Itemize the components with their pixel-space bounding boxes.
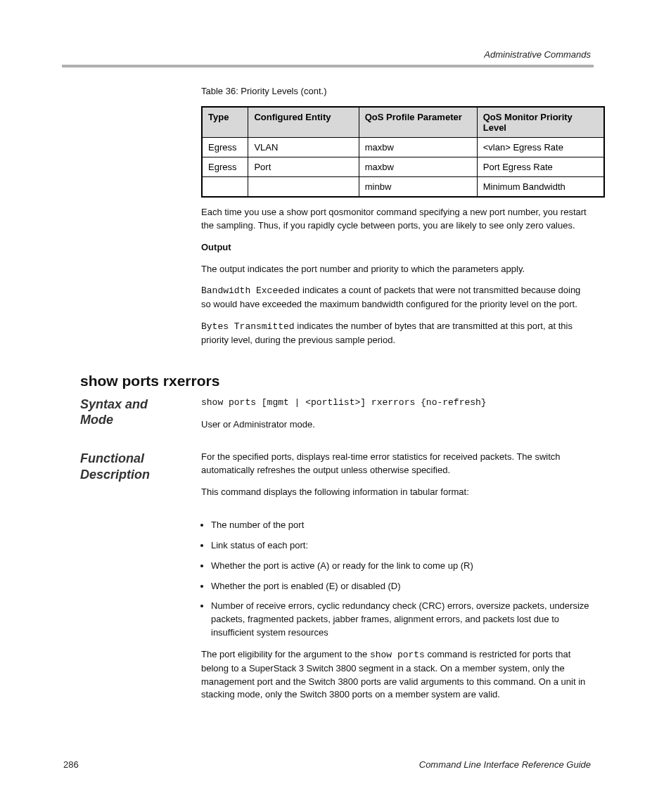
output-p3-label: Bytes Transmitted <box>201 321 295 332</box>
table-cell: maxbw <box>359 138 477 157</box>
table-cell: maxbw <box>359 157 477 177</box>
table-row: EgressVLANmaxbw<vlan> Egress Rate <box>202 138 604 157</box>
table-body: EgressVLANmaxbw<vlan> Egress RateEgressP… <box>202 138 604 198</box>
table-header-row: Type Configured Entity QoS Profile Param… <box>202 107 604 138</box>
output-p2-label: Bandwidth Exceeded <box>201 285 300 296</box>
below-table-note: Each time you use a show port qosmonitor… <box>201 206 591 233</box>
page-footer: 286 Command Line Interface Reference Gui… <box>0 759 671 770</box>
functional-p3-mono: show ports <box>370 650 425 660</box>
table-row: EgressPortmaxbwPort Egress Rate <box>202 157 604 177</box>
table-cell: Egress <box>202 157 248 177</box>
table-header-type: Type <box>202 107 248 138</box>
functional-p3a: The port eligibility for the argument to… <box>201 649 370 659</box>
functional-p3: The port eligibility for the argument to… <box>201 648 591 702</box>
table-cell <box>248 177 359 198</box>
table-cell: Port Egress Rate <box>477 157 604 177</box>
list-item: Number of receive errors, cyclic redunda… <box>211 600 591 640</box>
priority-levels-table: Type Configured Entity QoS Profile Param… <box>201 106 605 198</box>
table-cell <box>202 177 248 198</box>
output-p3: Bytes Transmitted indicates the number o… <box>201 320 591 347</box>
functional-p1: For the specified ports, displays real-t… <box>201 451 591 477</box>
side-heading-syntax: Syntax and Mode <box>80 397 184 440</box>
header-divider <box>62 65 594 67</box>
table-header-qos-param: QoS Profile Parameter <box>359 107 477 138</box>
header-running-title: Administrative Commands <box>484 49 591 60</box>
table-header-qos-priority: QoS Monitor Priority Level <box>477 107 604 138</box>
footer-doc-title: Command Line Interface Reference Guide <box>419 759 591 770</box>
footer-page-number: 286 <box>63 759 79 770</box>
list-item: Whether the port is enabled (E) or disab… <box>211 580 591 593</box>
output-heading: Output <box>201 241 591 254</box>
list-item: Link status of each port: <box>211 539 591 553</box>
syntax-code: show ports [mgmt | <portlist>] rxerrors … <box>201 397 591 410</box>
output-p2: Bandwidth Exceeded indicates a count of … <box>201 284 591 311</box>
list-item: The number of the port <box>211 519 591 532</box>
section-title-show-ports-rxerrors: show ports rxerrors <box>80 373 591 389</box>
table-cell: Minimum Bandwidth <box>477 177 604 198</box>
functional-bullet-list: The number of the portLink status of eac… <box>211 519 591 640</box>
side-heading-functional: Functional Description <box>80 451 184 508</box>
table-row: minbwMinimum Bandwidth <box>202 177 604 198</box>
list-item: Whether the port is active (A) or ready … <box>211 560 591 573</box>
syntax-mode: User or Administrator mode. <box>201 418 591 432</box>
table-cell: minbw <box>359 177 477 198</box>
table-cell: Port <box>248 157 359 177</box>
table-caption: Table 36: Priority Levels (cont.) <box>201 86 591 96</box>
table-cell: <vlan> Egress Rate <box>477 138 604 157</box>
functional-p2: This command displays the following info… <box>201 486 591 499</box>
table-cell: VLAN <box>248 138 359 157</box>
output-p1: The output indicates the port number and… <box>201 263 591 276</box>
table-cell: Egress <box>202 138 248 157</box>
table-header-entity: Configured Entity <box>248 107 359 138</box>
